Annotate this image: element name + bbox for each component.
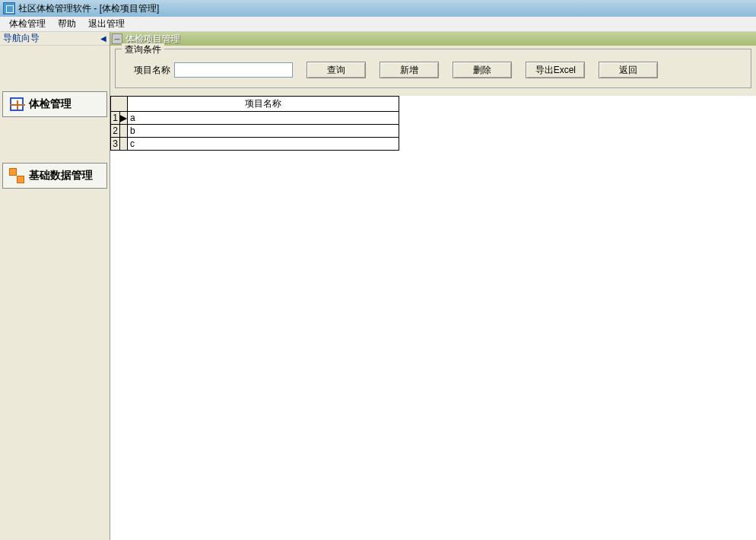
table-row[interactable]: 1 ▶ a bbox=[111, 112, 399, 125]
sidebar-item-physical[interactable]: 体检管理 bbox=[2, 91, 107, 117]
project-name-input[interactable] bbox=[174, 62, 293, 78]
table-row[interactable]: 2 b bbox=[111, 125, 399, 138]
sidebar-header: 导航向导 ◀ bbox=[0, 32, 110, 46]
row-number: 1 bbox=[111, 112, 120, 125]
sidebar-item-label: 基础数据管理 bbox=[29, 169, 93, 183]
query-button[interactable]: 查询 bbox=[307, 62, 366, 78]
main-panel: ─ 体检项目管理 查询条件 项目名称 查询 新增 删除 导出Excel 返回 bbox=[110, 32, 756, 540]
cell-name[interactable]: b bbox=[128, 125, 399, 138]
cell-name[interactable]: a bbox=[128, 112, 399, 125]
back-button[interactable]: 返回 bbox=[599, 62, 658, 78]
row-marker-icon: ▶ bbox=[120, 112, 128, 125]
menu-help[interactable]: 帮助 bbox=[52, 16, 82, 32]
collapse-left-icon[interactable]: ◀ bbox=[100, 34, 106, 43]
title-bar: 社区体检管理软件 - [体检项目管理] bbox=[0, 0, 756, 17]
grid-header-name[interactable]: 项目名称 bbox=[128, 97, 399, 112]
menu-bar: 体检管理 帮助 退出管理 bbox=[0, 17, 756, 32]
sidebar-item-label: 体检管理 bbox=[29, 97, 71, 111]
cell-name[interactable]: c bbox=[128, 138, 399, 151]
menu-exit[interactable]: 退出管理 bbox=[82, 16, 131, 32]
app-icon bbox=[3, 2, 15, 14]
delete-button[interactable]: 删除 bbox=[453, 62, 512, 78]
menu-physical[interactable]: 体检管理 bbox=[3, 16, 52, 32]
physical-icon bbox=[8, 95, 26, 113]
search-label: 项目名称 bbox=[134, 65, 170, 75]
app-title: 社区体检管理软件 - [体检项目管理] bbox=[18, 2, 159, 15]
sidebar: 导航向导 ◀ 体检管理 基础数据管理 bbox=[0, 32, 110, 540]
sidebar-header-label: 导航向导 bbox=[3, 32, 40, 45]
data-icon bbox=[8, 167, 26, 185]
search-legend: 查询条件 bbox=[122, 43, 164, 56]
grid-corner bbox=[111, 97, 128, 112]
row-number: 3 bbox=[111, 138, 120, 151]
grid-empty-area bbox=[110, 151, 756, 540]
export-excel-button[interactable]: 导出Excel bbox=[526, 62, 585, 78]
data-grid: 项目名称 1 ▶ a 2 b 3 bbox=[110, 96, 756, 151]
row-marker-icon bbox=[120, 138, 128, 151]
panel-tab-bar: ─ 体检项目管理 bbox=[110, 32, 756, 46]
sidebar-item-basic-data[interactable]: 基础数据管理 bbox=[2, 163, 107, 189]
sidebar-body: 体检管理 基础数据管理 bbox=[0, 46, 110, 540]
row-marker-icon bbox=[120, 125, 128, 138]
add-button[interactable]: 新增 bbox=[380, 62, 439, 78]
row-number: 2 bbox=[111, 125, 120, 138]
close-icon[interactable]: ─ bbox=[112, 33, 122, 44]
table-row[interactable]: 3 c bbox=[111, 138, 399, 151]
search-fieldset: 查询条件 项目名称 查询 新增 删除 导出Excel 返回 bbox=[115, 49, 751, 88]
